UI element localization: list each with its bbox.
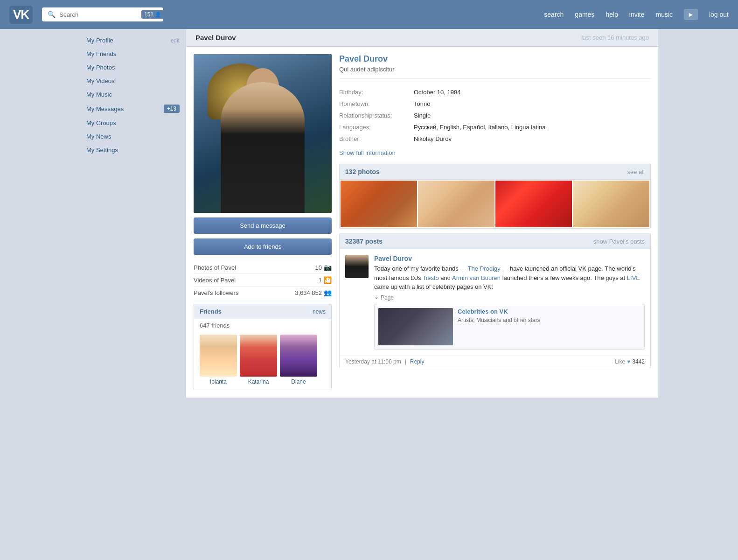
friend-avatar [200,335,237,377]
info-birthday: Birthday: October 10, 1984 [339,86,651,98]
nav-music[interactable]: music [656,11,673,18]
profile-right-column: Pavel Durov Qui audet adipiscitur Birthd… [339,54,651,390]
posts-count: 32387 posts [345,238,383,245]
photos-count: 132 photos [345,168,380,175]
friend-avatar [280,335,317,377]
profile-photo [194,54,332,213]
nav-games[interactable]: games [575,11,594,18]
post-text: Today one of my favorite bands — The Pro… [374,264,645,292]
friends-header: Friends news [194,304,331,319]
like-count: 3442 [632,358,645,365]
send-message-button[interactable]: Send a message [194,217,332,234]
post-reply-link[interactable]: Reply [410,358,425,365]
friends-section: Friends news 647 friends Iolanta Katarin… [194,304,332,390]
search-badge: 151 👤 [141,10,164,19]
search-input[interactable] [59,11,138,18]
post-time: Yesterday at 11:06 pm [345,358,401,365]
post-like[interactable]: Like ♥ 3442 [615,358,645,365]
post-author[interactable]: Pavel Durov [374,255,645,262]
posts-section: 32387 posts show Pavel's posts Pavel Dur… [339,233,651,368]
info-brother: Brother: Nikolay Durov [339,133,651,145]
info-languages: Languages: Русский, English, Español, It… [339,121,651,133]
page-flag-icon: ⚬ [374,294,379,301]
live-link[interactable]: LIVE [627,274,640,281]
play-button[interactable]: ► [684,9,698,20]
photo-thumb-3[interactable] [495,181,572,227]
videos-stat-row[interactable]: Videos of Pavel 1 🎦 [194,274,332,287]
embed-info: Celebrities on VK Artists, Musicians and… [458,308,641,345]
post-content: Pavel Durov Today one of my favorite ban… [374,255,645,350]
profile-body: Send a message Add to friends Photos of … [186,47,658,398]
post-embed: Celebrities on VK Artists, Musicians and… [374,304,645,350]
photo-thumb-4[interactable] [573,181,649,227]
heart-icon: ♥ [627,358,630,365]
vk-logo[interactable]: VK [9,6,33,24]
embed-thumbnail [378,308,453,345]
armin-link[interactable]: Armin van Buuren [452,274,501,281]
friends-count: 647 friends [194,319,331,332]
search-bar[interactable]: 🔍 151 👤 [42,7,163,21]
last-seen: last seen 16 minutes ago [581,34,649,41]
photo-thumb-2[interactable] [418,181,494,227]
embed-description: Artists, Musicians and other stars [458,317,641,323]
posts-header: 32387 posts show Pavel's posts [340,234,650,249]
add-to-friends-button[interactable]: Add to friends [194,238,332,255]
followers-icon: 👥 [324,289,332,296]
sidebar-item-my-groups[interactable]: My Groups [80,116,186,130]
photos-see-all-link[interactable]: see all [627,168,645,175]
search-icon: 🔍 [48,11,56,18]
photo-person [221,82,305,213]
sidebar-item-my-photos[interactable]: My Photos [80,61,186,74]
profile-name-bar: Pavel Durov [195,34,236,42]
info-hometown: Hometown: Torino [339,98,651,110]
friend-avatar [240,335,277,377]
post-item: Pavel Durov Today one of my favorite ban… [340,249,650,355]
camera-icon: 📷 [324,264,332,271]
sidebar-item-my-music[interactable]: My Music [80,88,186,101]
post-footer-left: Yesterday at 11:06 pm | Reply [345,358,424,365]
photos-grid [340,180,650,228]
photo-thumb-1[interactable] [341,181,417,227]
sidebar-item-my-news[interactable]: My News [80,130,186,143]
embed-title[interactable]: Celebrities on VK [458,308,641,315]
layout: My Profile edit My Friends My Photos My … [80,29,658,407]
nav-invite[interactable]: invite [629,11,645,18]
main-content: Pavel Durov last seen 16 minutes ago Sen… [186,29,658,407]
post-avatar [345,255,369,278]
friends-grid: Iolanta Katarina Diane [194,332,331,390]
info-relationship: Relationship status: Single [339,110,651,121]
post-footer: Yesterday at 11:06 pm | Reply Like ♥ 344… [340,355,650,368]
photos-stat-row[interactable]: Photos of Pavel 10 📷 [194,261,332,274]
nav-logout[interactable]: log out [709,11,729,18]
profile-stats: Photos of Pavel 10 📷 Videos of Pavel 1 🎦 [194,261,332,299]
profile-header-bar: Pavel Durov last seen 16 minutes ago [186,29,658,47]
user-motto: Qui audet adipiscitur [339,66,651,79]
followers-stat-row[interactable]: Pavel's followers 3,634,852 👥 [194,287,332,299]
friend-item[interactable]: Katarina [240,335,277,385]
header: VK 🔍 151 👤 search games help invite musi… [0,0,738,29]
friend-item[interactable]: Diane [280,335,317,385]
sidebar-item-my-messages[interactable]: My Messages +13 [80,101,186,116]
nav-help[interactable]: help [606,11,618,18]
profile-photo-inner [194,54,332,213]
video-icon: 🎦 [324,276,332,284]
photos-header: 132 photos see all [340,164,650,180]
nav-search[interactable]: search [544,11,564,18]
posts-show-all-link[interactable]: show Pavel's posts [593,238,645,245]
show-full-info-link[interactable]: Show full information [339,149,396,156]
user-icon: 👤 [155,12,161,18]
sidebar-item-my-friends[interactable]: My Friends [80,47,186,61]
header-nav: search games help invite music ► log out [544,9,729,20]
friend-item[interactable]: Iolanta [200,335,237,385]
prodigy-link[interactable]: The Prodigy [468,265,501,272]
tiesto-link[interactable]: Tiesto [423,274,439,281]
post-page-label: ⚬ Page [374,294,645,301]
user-name-title: Pavel Durov [339,54,651,64]
sidebar-item-my-settings[interactable]: My Settings [80,143,186,157]
sidebar-item-my-profile[interactable]: My Profile edit [80,34,186,47]
profile-left-column: Send a message Add to friends Photos of … [194,54,332,390]
photos-section: 132 photos see all [339,164,651,229]
sidebar-item-my-videos[interactable]: My Videos [80,74,186,88]
sidebar: My Profile edit My Friends My Photos My … [80,29,186,407]
